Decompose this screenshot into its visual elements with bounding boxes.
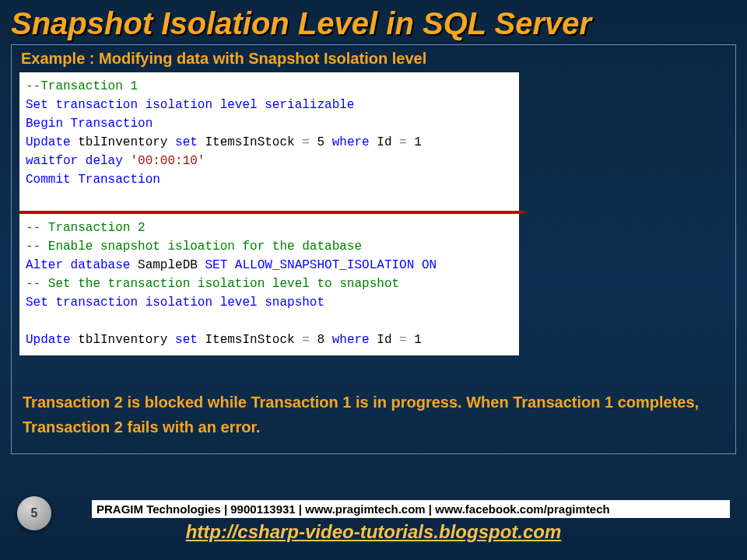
code-text: 1: [407, 135, 422, 149]
code-text: Id: [370, 135, 399, 149]
code-panel: --Transaction 1 Set transaction isolatio…: [19, 72, 519, 355]
explanation-text: Transaction 2 is blocked while Transacti…: [19, 390, 728, 439]
code-text: SampleDB: [130, 258, 205, 272]
content-box: Example : Modifying data with Snapshot I…: [11, 44, 736, 454]
code-comment: -- Enable snapshot isloation for the dat…: [26, 240, 362, 254]
code-keyword: Update: [26, 333, 71, 347]
code-keyword: Set transaction isolation level serializ…: [26, 98, 354, 112]
code-comment: -- Transaction 2: [26, 221, 146, 235]
code-keyword: Set transaction isolation level snapshot: [26, 296, 324, 310]
code-text: Id: [370, 333, 399, 347]
code-op: =: [399, 333, 407, 347]
code-text: ItemsInStock: [198, 135, 302, 149]
code-string: '00:00:10': [130, 154, 205, 168]
code-text: 5: [310, 135, 332, 149]
code-keyword: Alter database: [26, 258, 130, 272]
code-text: tblInventory: [71, 135, 175, 149]
code-keyword: waitfor delay: [26, 154, 130, 168]
code-keyword: Commit Transaction: [26, 173, 160, 187]
code-keyword: SET ALLOW_SNAPSHOT_ISOLATION ON: [205, 258, 437, 272]
code-comment: --Transaction 1: [26, 79, 138, 93]
code-keyword: set: [175, 333, 198, 347]
code-text: 1: [407, 333, 422, 347]
code-divider: [19, 211, 525, 214]
code-text: 8: [310, 333, 332, 347]
code-op: =: [302, 333, 310, 347]
code-text: ItemsInStock: [198, 333, 302, 347]
slide-title: Snapshot Isolation Level in SQL Server: [0, 0, 747, 44]
code-text: tblInventory: [71, 333, 175, 347]
code-op: =: [399, 135, 407, 149]
code-op: =: [302, 135, 310, 149]
example-heading: Example : Modifying data with Snapshot I…: [21, 50, 728, 68]
code-keyword: where: [332, 135, 370, 149]
footer-link[interactable]: http://csharp-video-tutorials.blogspot.c…: [0, 521, 747, 543]
code-keyword: Begin Transaction: [26, 117, 153, 131]
code-keyword: set: [175, 135, 198, 149]
code-comment: -- Set the transaction isolation level t…: [26, 277, 399, 291]
code-keyword: where: [332, 333, 370, 347]
code-keyword: Update: [26, 135, 71, 149]
footer-bar: PRAGIM Technologies | 9900113931 | www.p…: [92, 500, 730, 518]
